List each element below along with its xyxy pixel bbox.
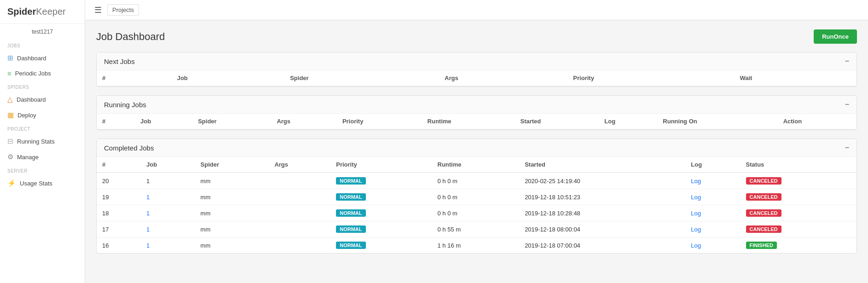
table-row: 19 1 mm NORMAL 0 h 0 m 2019-12-18 10:51:…	[97, 189, 856, 205]
deploy-icon: ▦	[7, 111, 14, 119]
next-jobs-table: # Job Spider Args Priority Wait	[97, 70, 856, 87]
col-action: Action	[778, 114, 856, 129]
sidebar-item-label: Usage Stats	[20, 180, 52, 187]
col-spider: Spider	[195, 157, 269, 173]
cell-args	[269, 173, 330, 189]
cell-log[interactable]: Log	[685, 221, 740, 237]
completed-jobs-card: Completed Jobs − # Job Spider Args Prior…	[96, 139, 857, 254]
runonce-button[interactable]: RunOnce	[814, 29, 857, 44]
page-title: Job Dashboard	[96, 31, 165, 43]
cell-status: CANCELED	[741, 221, 856, 237]
cell-num: 16	[97, 237, 141, 254]
col-job: Job	[172, 70, 284, 86]
cell-args	[269, 237, 330, 254]
cell-priority: NORMAL	[330, 237, 432, 254]
cell-job[interactable]: 1	[141, 205, 195, 221]
col-runtime: Runtime	[422, 114, 515, 129]
sidebar-item-dashboard-jobs[interactable]: ⊞ Dashboard	[0, 50, 85, 66]
col-args: Args	[271, 114, 336, 129]
completed-jobs-toggle[interactable]: −	[845, 144, 849, 152]
col-wait: Wait	[734, 70, 856, 86]
col-log: Log	[599, 114, 657, 129]
sidebar-item-deploy[interactable]: ▦ Deploy	[0, 107, 85, 123]
cell-priority: NORMAL	[330, 221, 432, 237]
cell-runtime: 0 h 0 m	[432, 205, 520, 221]
cell-log[interactable]: Log	[685, 173, 740, 189]
col-log: Log	[685, 157, 740, 173]
completed-jobs-header: Completed Jobs −	[97, 139, 856, 157]
breadcrumb[interactable]: Projects	[107, 4, 139, 16]
cell-num: 18	[97, 205, 141, 221]
cell-priority: NORMAL	[330, 205, 432, 221]
sidebar-item-dashboard-spiders[interactable]: △ Dashboard	[0, 92, 85, 107]
cell-spider: mm	[195, 189, 269, 205]
running-jobs-toggle[interactable]: −	[845, 100, 849, 109]
sidebar-item-label: Periodic Jobs	[15, 70, 51, 77]
completed-jobs-table: # Job Spider Args Priority Runtime Start…	[97, 157, 856, 253]
col-status: Status	[741, 157, 856, 173]
sidebar-item-running-stats[interactable]: ⊟ Running Stats	[0, 133, 85, 149]
cell-priority: NORMAL	[330, 189, 432, 205]
cell-started: 2019-12-18 10:28:48	[519, 205, 685, 221]
table-row: 20 1 mm NORMAL 0 h 0 m 2020-02-25 14:19:…	[97, 173, 856, 189]
col-running-on: Running On	[657, 114, 777, 129]
col-priority: Priority	[330, 157, 432, 173]
cell-spider: mm	[195, 221, 269, 237]
cell-args	[269, 205, 330, 221]
running-stats-icon: ⊟	[7, 137, 13, 145]
sidebar-section-project: PROJECT	[0, 123, 85, 133]
logo-spider: Spider	[7, 6, 36, 17]
cell-log[interactable]: Log	[685, 189, 740, 205]
sidebar-section-server: SERVER	[0, 165, 85, 175]
completed-jobs-title: Completed Jobs	[104, 144, 154, 152]
col-spider: Spider	[192, 114, 271, 129]
running-jobs-table: # Job Spider Args Priority Runtime Start…	[97, 114, 856, 130]
cell-args	[269, 221, 330, 237]
cell-num: 17	[97, 221, 141, 237]
cell-num: 19	[97, 189, 141, 205]
cell-job[interactable]: 1	[141, 221, 195, 237]
table-row: 16 1 mm NORMAL 1 h 16 m 2019-12-18 07:00…	[97, 237, 856, 254]
cell-status: FINISHED	[741, 237, 856, 254]
sidebar-item-periodic-jobs[interactable]: ≡ Periodic Jobs	[0, 66, 85, 81]
col-priority: Priority	[337, 114, 422, 129]
sidebar-item-label: Dashboard	[17, 96, 46, 103]
cell-log[interactable]: Log	[685, 237, 740, 254]
next-jobs-toggle[interactable]: −	[845, 57, 849, 65]
page-header: Job Dashboard RunOnce	[96, 29, 857, 44]
cell-job: 1	[141, 173, 195, 189]
col-started: Started	[519, 157, 685, 173]
cell-spider: mm	[195, 237, 269, 254]
cell-log[interactable]: Log	[685, 205, 740, 221]
menu-icon[interactable]: ☰	[94, 5, 102, 15]
running-jobs-card: Running Jobs − # Job Spider Args Priorit…	[96, 95, 857, 130]
col-num: #	[97, 114, 135, 129]
cell-spider: mm	[195, 205, 269, 221]
cell-started: 2019-12-18 07:00:04	[519, 237, 685, 254]
periodic-icon: ≡	[7, 69, 12, 77]
manage-icon: ⚙	[7, 153, 13, 161]
running-jobs-header: Running Jobs −	[97, 96, 856, 114]
cell-job[interactable]: 1	[141, 237, 195, 254]
cell-job[interactable]: 1	[141, 189, 195, 205]
sidebar-item-label: Manage	[17, 154, 39, 161]
col-num: #	[97, 157, 141, 173]
cell-status: CANCELED	[741, 205, 856, 221]
col-job: Job	[141, 157, 195, 173]
sidebar-item-usage-stats[interactable]: ⚡ Usage Stats	[0, 175, 85, 191]
col-started: Started	[515, 114, 599, 129]
sidebar-item-manage[interactable]: ⚙ Manage	[0, 149, 85, 165]
cell-priority: NORMAL	[330, 173, 432, 189]
next-jobs-title: Next Jobs	[104, 58, 135, 65]
table-row: 17 1 mm NORMAL 0 h 55 m 2019-12-18 08:00…	[97, 221, 856, 237]
col-num: #	[97, 70, 172, 86]
cell-started: 2019-12-18 08:00:04	[519, 221, 685, 237]
cell-status: CANCELED	[741, 189, 856, 205]
app-logo: SpiderKeeper	[0, 0, 85, 24]
table-row: 18 1 mm NORMAL 0 h 0 m 2019-12-18 10:28:…	[97, 205, 856, 221]
cell-runtime: 0 h 0 m	[432, 173, 520, 189]
cell-started: 2020-02-25 14:19:40	[519, 173, 685, 189]
spider-dashboard-icon: △	[7, 95, 13, 104]
cell-args	[269, 189, 330, 205]
sidebar-section-spiders: SPIDERS	[0, 81, 85, 92]
